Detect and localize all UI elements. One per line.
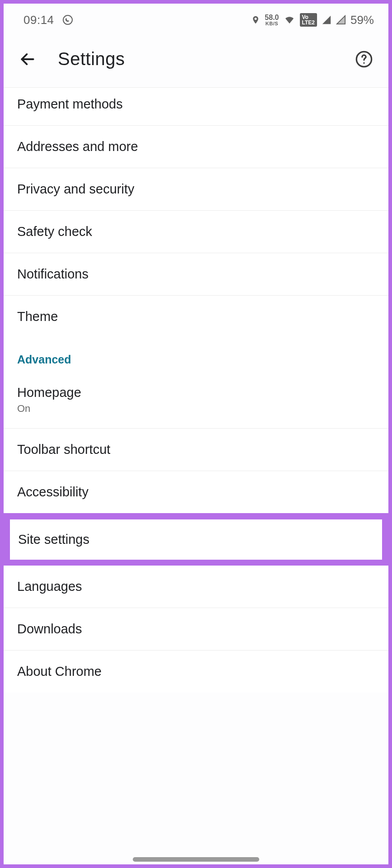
item-label: Notifications — [17, 267, 375, 282]
item-label: Payment methods — [17, 97, 375, 112]
item-site-settings[interactable]: Site settings — [10, 519, 382, 560]
item-notifications[interactable]: Notifications — [4, 253, 388, 296]
status-bar: 09:14 58.0 KB/S VoLTE2 59% — [4, 4, 388, 36]
item-payment-methods[interactable]: Payment methods — [4, 88, 388, 126]
section-advanced: Advanced — [4, 338, 388, 370]
item-label: Accessibility — [17, 485, 375, 500]
item-toolbar-shortcut[interactable]: Toolbar shortcut — [4, 429, 388, 471]
item-homepage[interactable]: Homepage On — [4, 370, 388, 429]
help-button[interactable] — [355, 50, 373, 68]
item-label: Languages — [17, 579, 375, 594]
item-theme[interactable]: Theme — [4, 296, 388, 338]
item-about-chrome[interactable]: About Chrome — [4, 651, 388, 693]
whatsapp-icon — [62, 14, 73, 25]
item-accessibility[interactable]: Accessibility — [4, 471, 388, 514]
item-label: Downloads — [17, 622, 375, 637]
item-label: Homepage — [17, 385, 375, 400]
item-label: Safety check — [17, 224, 375, 239]
gesture-handle[interactable] — [133, 857, 259, 862]
status-left: 09:14 — [23, 13, 73, 27]
back-button[interactable] — [19, 51, 36, 68]
page-title: Settings — [58, 49, 333, 69]
item-safety-check[interactable]: Safety check — [4, 211, 388, 253]
item-subtext: On — [17, 403, 375, 415]
item-languages[interactable]: Languages — [4, 566, 388, 608]
battery-percent: 59% — [350, 13, 374, 27]
item-addresses[interactable]: Addresses and more — [4, 126, 388, 168]
data-rate: 58.0 KB/S — [265, 14, 279, 26]
status-right: 58.0 KB/S VoLTE2 59% — [251, 13, 374, 27]
svg-point-0 — [63, 15, 72, 24]
item-label: Theme — [17, 309, 375, 324]
settings-list: Payment methods Addresses and more Priva… — [4, 88, 388, 864]
app-header: Settings — [4, 36, 388, 88]
wifi-icon — [284, 14, 295, 25]
item-downloads[interactable]: Downloads — [4, 608, 388, 651]
highlight-site-settings: Site settings — [4, 513, 388, 566]
item-label: Privacy and security — [17, 182, 375, 197]
item-label: Site settings — [18, 532, 374, 547]
signal-icon-1 — [322, 15, 331, 25]
item-label: Addresses and more — [17, 139, 375, 154]
status-time: 09:14 — [23, 13, 54, 27]
svg-point-2 — [363, 62, 364, 63]
item-label: About Chrome — [17, 664, 375, 679]
location-icon — [251, 14, 260, 25]
item-privacy-security[interactable]: Privacy and security — [4, 168, 388, 211]
volte-badge: VoLTE2 — [300, 13, 317, 27]
item-label: Toolbar shortcut — [17, 442, 375, 457]
device-frame: 09:14 58.0 KB/S VoLTE2 59% — [0, 0, 392, 868]
signal-icon-2 — [336, 15, 346, 25]
